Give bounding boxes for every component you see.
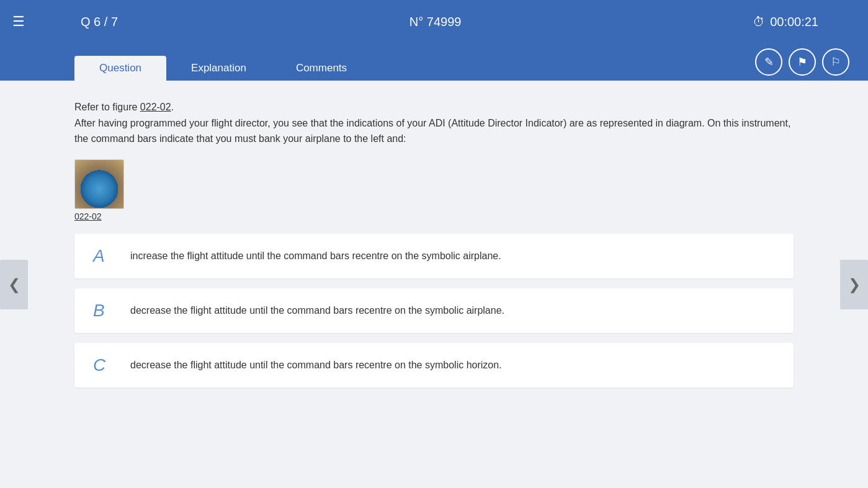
answer-letter-a: A: [93, 246, 112, 266]
question-text-after: .After having programmed your flight dir…: [74, 102, 790, 144]
answer-option-b[interactable]: B decrease the flight attitude until the…: [74, 288, 794, 333]
timer-container: ⏱ 00:00:21: [753, 15, 818, 29]
action-buttons-container: ✎ ⚑ ⚐: [755, 48, 849, 76]
answer-option-c[interactable]: C decrease the flight attitude until the…: [74, 343, 794, 388]
figure-ref-inline: 022-02: [140, 102, 171, 112]
tabs-bar: Question Explanation Comments ✎ ⚑ ⚐: [0, 43, 868, 81]
question-number-value: 74999: [427, 15, 462, 29]
answer-text-b: decrease the flight attitude until the c…: [130, 305, 504, 316]
answer-text-c: decrease the flight attitude until the c…: [130, 360, 502, 371]
tab-question[interactable]: Question: [74, 56, 166, 81]
edit-button[interactable]: ✎: [755, 48, 782, 76]
question-text-before: Refer to figure: [74, 102, 140, 112]
prev-button[interactable]: ❮: [0, 260, 28, 309]
question-number-label: N°: [409, 15, 423, 29]
top-bar: ☰ Q 6 / 7 N° 74999 ⏱ 00:00:21: [0, 0, 868, 43]
timer-value: 00:00:21: [770, 15, 818, 29]
report-button[interactable]: ⚐: [822, 48, 849, 76]
answer-letter-c: C: [93, 355, 112, 375]
answer-letter-b: B: [93, 301, 112, 321]
question-counter: Q 6 / 7: [81, 15, 118, 29]
menu-icon[interactable]: ☰: [12, 14, 25, 30]
answer-option-a[interactable]: A increase the flight attitude until the…: [74, 234, 794, 278]
content-wrapper: ❮ ❯ Refer to figure 022-02.After having …: [0, 81, 868, 488]
next-button[interactable]: ❯: [840, 260, 868, 309]
question-number: N° 74999: [409, 15, 462, 29]
scrollable-area: Refer to figure 022-02.After having prog…: [0, 81, 868, 488]
figure-image[interactable]: [74, 159, 124, 209]
question-text: Refer to figure 022-02.After having prog…: [74, 99, 794, 147]
answer-text-a: increase the flight attitude until the c…: [130, 251, 501, 262]
tab-explanation[interactable]: Explanation: [166, 56, 271, 81]
figure-container: 022-02: [74, 159, 794, 221]
figure-label[interactable]: 022-02: [74, 211, 102, 221]
top-bar-center: Q 6 / 7 N° 74999 ⏱ 00:00:21: [43, 15, 856, 29]
figure-image-inner: [75, 160, 123, 208]
tab-comments[interactable]: Comments: [271, 56, 372, 81]
clock-icon: ⏱: [753, 15, 765, 29]
flag-button[interactable]: ⚑: [789, 48, 816, 76]
